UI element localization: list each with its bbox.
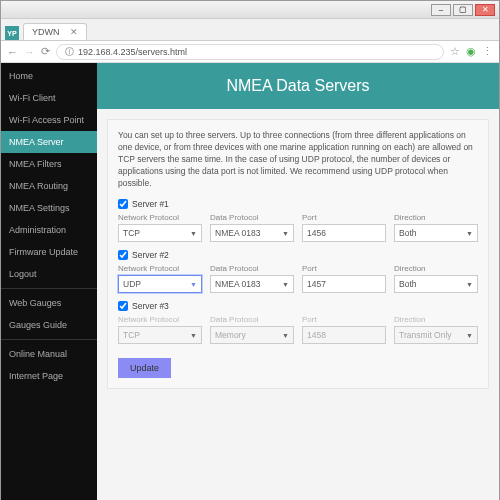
close-button[interactable]: ✕ [475,4,495,16]
server-2-title: Server #2 [132,250,169,260]
back-icon[interactable]: ← [7,46,18,58]
server-1-direction-select[interactable]: Both▼ [394,224,478,242]
sidebar-divider [1,339,97,340]
server-2-network-protocol-select[interactable]: UDP▼ [118,275,202,293]
browser-tab[interactable]: YDWN ✕ [23,23,87,40]
minimize-button[interactable]: – [431,4,451,16]
server-3-data-protocol-select: Memory▼ [210,326,294,344]
bookmark-icon[interactable]: ☆ [450,45,460,58]
url-text: 192.168.4.235/servers.html [78,47,187,57]
chevron-down-icon: ▼ [466,230,473,237]
favicon: YP [5,26,19,40]
label-network-protocol: Network Protocol [118,264,202,273]
label-direction: Direction [394,315,478,324]
server-1-data-protocol-select[interactable]: NMEA 0183▼ [210,224,294,242]
server-2-checkbox[interactable] [118,250,128,260]
intro-text: You can set up to three servers. Up to t… [118,130,478,189]
tab-bar: YP YDWN ✕ [1,19,499,41]
server-3-checkbox[interactable] [118,301,128,311]
chevron-down-icon: ▼ [466,281,473,288]
maximize-button[interactable]: ▢ [453,4,473,16]
address-bar: ← → ⟳ i 192.168.4.235/servers.html ☆ ◉ ⋮ [1,41,499,63]
label-data-protocol: Data Protocol [210,315,294,324]
menu-icon[interactable]: ⋮ [482,45,493,58]
sidebar-item-home[interactable]: Home [1,65,97,87]
server-3-title: Server #3 [132,301,169,311]
sidebar-item-logout[interactable]: Logout [1,263,97,285]
config-panel: You can set up to three servers. Up to t… [107,119,489,389]
label-network-protocol: Network Protocol [118,315,202,324]
server-2-port-input[interactable]: 1457 [302,275,386,293]
sidebar-item-wifi-ap[interactable]: Wi-Fi Access Point [1,109,97,131]
label-port: Port [302,264,386,273]
sidebar-item-online-manual[interactable]: Online Manual [1,343,97,365]
chevron-down-icon: ▼ [282,281,289,288]
label-direction: Direction [394,264,478,273]
sidebar-item-nmea-filters[interactable]: NMEA Filters [1,153,97,175]
update-button[interactable]: Update [118,358,171,378]
sidebar-item-internet-page[interactable]: Internet Page [1,365,97,387]
server-3: Server #3 Network Protocol TCP▼ Data Pro… [118,301,478,344]
label-data-protocol: Data Protocol [210,264,294,273]
chevron-down-icon: ▼ [466,332,473,339]
page-title: NMEA Data Servers [97,63,499,109]
server-3-network-protocol-select: TCP▼ [118,326,202,344]
server-1-checkbox[interactable] [118,199,128,209]
extension-icon[interactable]: ◉ [466,45,476,58]
sidebar: Home Wi-Fi Client Wi-Fi Access Point NME… [1,63,97,500]
label-direction: Direction [394,213,478,222]
info-icon[interactable]: i [65,47,74,56]
chevron-down-icon: ▼ [282,332,289,339]
server-2-direction-select[interactable]: Both▼ [394,275,478,293]
chevron-down-icon: ▼ [190,230,197,237]
server-1-network-protocol-select[interactable]: TCP▼ [118,224,202,242]
forward-icon[interactable]: → [24,46,35,58]
label-port: Port [302,213,386,222]
sidebar-item-nmea-server[interactable]: NMEA Server [1,131,97,153]
label-network-protocol: Network Protocol [118,213,202,222]
chevron-down-icon: ▼ [190,332,197,339]
tab-title: YDWN [32,27,60,37]
sidebar-item-firmware[interactable]: Firmware Update [1,241,97,263]
tab-close-icon[interactable]: ✕ [70,27,78,37]
label-data-protocol: Data Protocol [210,213,294,222]
sidebar-item-gauges-guide[interactable]: Gauges Guide [1,314,97,336]
chevron-down-icon: ▼ [190,281,197,288]
sidebar-item-web-gauges[interactable]: Web Gauges [1,292,97,314]
url-input[interactable]: i 192.168.4.235/servers.html [56,44,444,60]
server-1-title: Server #1 [132,199,169,209]
server-2-data-protocol-select[interactable]: NMEA 0183▼ [210,275,294,293]
server-3-port-input: 1458 [302,326,386,344]
window-titlebar: – ▢ ✕ [1,1,499,19]
server-1: Server #1 Network Protocol TCP▼ Data Pro… [118,199,478,242]
chevron-down-icon: ▼ [282,230,289,237]
label-port: Port [302,315,386,324]
server-3-direction-select: Transmit Only▼ [394,326,478,344]
server-1-port-input[interactable]: 1456 [302,224,386,242]
reload-icon[interactable]: ⟳ [41,45,50,58]
main-content: NMEA Data Servers You can set up to thre… [97,63,499,500]
sidebar-item-wifi-client[interactable]: Wi-Fi Client [1,87,97,109]
sidebar-item-nmea-routing[interactable]: NMEA Routing [1,175,97,197]
sidebar-divider [1,288,97,289]
sidebar-item-administration[interactable]: Administration [1,219,97,241]
sidebar-item-nmea-settings[interactable]: NMEA Settings [1,197,97,219]
server-2: Server #2 Network Protocol UDP▼ Data Pro… [118,250,478,293]
